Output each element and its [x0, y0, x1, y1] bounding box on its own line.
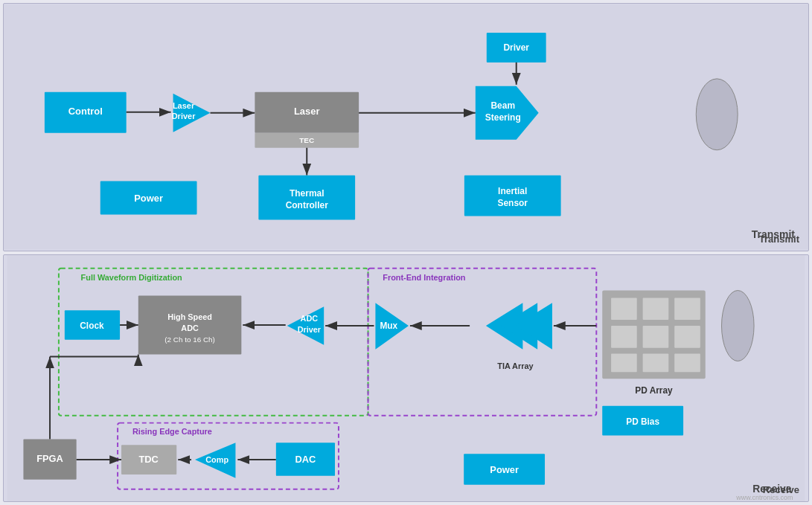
- svg-text:Thermal: Thermal: [290, 188, 325, 199]
- svg-text:Steering: Steering: [485, 112, 521, 123]
- svg-text:(2 Ch to 16 Ch): (2 Ch to 16 Ch): [164, 335, 215, 343]
- svg-text:Controller: Controller: [286, 200, 329, 210]
- svg-point-28: [696, 79, 738, 150]
- svg-text:FPGA: FPGA: [36, 453, 63, 464]
- svg-text:Front-End Integration: Front-End Integration: [383, 272, 465, 281]
- svg-rect-65: [674, 325, 700, 347]
- svg-rect-61: [643, 297, 669, 320]
- svg-rect-66: [611, 353, 637, 372]
- svg-text:TEC: TEC: [299, 136, 314, 144]
- svg-rect-64: [643, 325, 669, 347]
- svg-text:Power: Power: [490, 463, 519, 475]
- svg-text:High Speed: High Speed: [167, 312, 212, 321]
- transmit-label: Transmit: [759, 234, 799, 245]
- main-container: Control Laser Driver Laser TEC Thermal C…: [0, 0, 812, 505]
- svg-text:Control: Control: [68, 106, 103, 117]
- receive-label: Receive: [763, 484, 799, 495]
- svg-text:Clock: Clock: [80, 320, 104, 330]
- svg-text:Driver: Driver: [503, 42, 529, 53]
- svg-text:Mux: Mux: [380, 320, 397, 330]
- svg-text:ADC: ADC: [301, 314, 319, 323]
- svg-rect-63: [611, 325, 637, 347]
- svg-text:Driver: Driver: [172, 112, 196, 120]
- svg-text:Comp: Comp: [205, 455, 228, 464]
- svg-text:Laser: Laser: [294, 106, 320, 117]
- svg-text:TIA Array: TIA Array: [497, 361, 533, 370]
- transmit-section: Control Laser Driver Laser TEC Thermal C…: [3, 3, 809, 251]
- svg-text:ADC: ADC: [181, 323, 199, 332]
- svg-text:Beam: Beam: [490, 100, 515, 111]
- svg-text:Rising Edge Capture: Rising Edge Capture: [132, 427, 212, 436]
- svg-text:DAC: DAC: [295, 454, 316, 465]
- svg-text:Driver: Driver: [298, 324, 322, 333]
- svg-rect-60: [611, 297, 637, 320]
- svg-text:TDC: TDC: [138, 454, 158, 465]
- svg-text:PD Array: PD Array: [635, 385, 673, 396]
- svg-point-70: [722, 290, 755, 361]
- svg-rect-62: [674, 297, 700, 320]
- receive-section: Full Waveform Digitization Front-End Int…: [3, 254, 809, 503]
- svg-rect-68: [674, 353, 700, 372]
- svg-text:PD Bias: PD Bias: [626, 416, 659, 426]
- svg-text:Full Waveform Digitization: Full Waveform Digitization: [81, 272, 182, 281]
- svg-text:Laser: Laser: [173, 101, 195, 110]
- svg-text:Sensor: Sensor: [497, 198, 528, 208]
- svg-rect-67: [643, 353, 669, 372]
- svg-text:Inertial: Inertial: [498, 186, 527, 196]
- svg-text:Power: Power: [134, 193, 163, 204]
